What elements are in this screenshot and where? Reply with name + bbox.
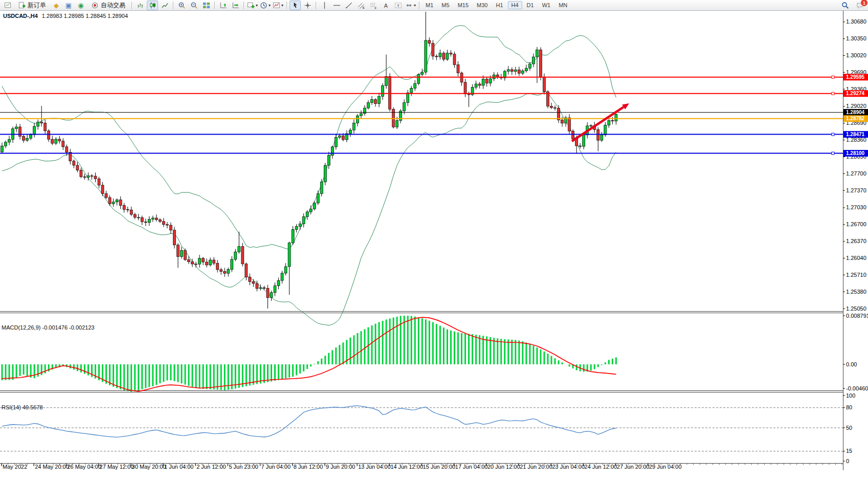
rsi-indicator-label: RSI(14) 49.5678 (2, 404, 43, 410)
timeframe-button-m30[interactable]: M30 (473, 1, 491, 9)
svg-text:1.26040: 1.26040 (846, 255, 866, 261)
timeframe-button-m15[interactable]: M15 (454, 1, 472, 9)
notifications-icon[interactable]: 1 (856, 2, 864, 9)
svg-text:1.27030: 1.27030 (846, 204, 866, 210)
svg-text:T: T (396, 3, 399, 8)
svg-text:1.29020: 1.29020 (846, 103, 866, 109)
chevron-down-icon: ▾ (269, 3, 271, 8)
timeframe-button-d1[interactable]: D1 (523, 1, 538, 9)
search-icon[interactable] (841, 2, 849, 9)
timeframe-button-m5[interactable]: M5 (438, 1, 453, 9)
timeframe-button-w1[interactable]: W1 (539, 1, 554, 9)
bar-chart-icon[interactable] (135, 1, 146, 10)
timeframe-button-mn[interactable]: MN (555, 1, 571, 9)
price-tag-label: 1.29595 (846, 74, 865, 80)
time-axis-label: 24 Jun 12:00 (585, 464, 617, 470)
chevron-down-icon: ▾ (414, 3, 416, 8)
toolbar-separator (131, 2, 132, 9)
chevron-down-icon: ▾ (256, 3, 258, 8)
chart-canvas[interactable]: 1.310101.306801.303501.300201.296901.293… (0, 0, 868, 470)
panel-frames (0, 1, 843, 470)
svg-text:1.30680: 1.30680 (846, 18, 866, 25)
tile-windows-icon[interactable] (201, 1, 212, 10)
horizontal-lines[interactable] (0, 76, 843, 155)
svg-text:1.26700: 1.26700 (846, 221, 866, 227)
svg-text:1.25380: 1.25380 (846, 289, 866, 295)
time-axis-label: 2 Jun 12:00 (196, 464, 226, 470)
svg-text:1.27370: 1.27370 (846, 187, 866, 193)
line-handle[interactable] (832, 152, 834, 155)
toolbar-separator (243, 2, 244, 9)
time-axis[interactable]: May 202224 May 20:0026 May 04:0027 May 1… (2, 464, 842, 470)
chart-ohlc: 1.28983 1.28985 1.28845 1.28904 (42, 13, 128, 19)
svg-text:1.30350: 1.30350 (846, 35, 866, 41)
templates-icon[interactable]: ▾ (272, 1, 284, 10)
periods-icon[interactable]: ▾ (259, 1, 271, 10)
market-signal-icon[interactable]: ◉ (75, 1, 86, 10)
horizontal-line-icon[interactable] (331, 1, 342, 10)
line-chart-icon[interactable] (159, 1, 170, 10)
toolbar-separator (214, 2, 215, 9)
timeframe-button-m1[interactable]: M1 (422, 1, 437, 9)
trendline-icon[interactable] (343, 1, 354, 10)
bollinger-lower-line (2, 92, 616, 325)
new-order-button[interactable]: 新订单 (14, 1, 50, 10)
timeframe-button-h1[interactable]: H1 (492, 1, 506, 9)
time-axis-label: 13 Jun 04:00 (358, 464, 391, 470)
line-handle[interactable] (832, 133, 834, 136)
toolbar-separator (419, 2, 419, 9)
zoom-out-icon[interactable] (188, 1, 199, 10)
time-axis-label: 9 Jun 20:00 (326, 464, 355, 470)
zoom-in-icon[interactable] (176, 1, 187, 10)
price-tag-label: 1.28904 (846, 110, 865, 115)
equidistant-channel-icon[interactable]: E (355, 1, 367, 10)
arrows-icon[interactable]: ▾ (405, 1, 416, 10)
line-handle[interactable] (832, 76, 834, 78)
timeframe-button-h4[interactable]: H4 (508, 1, 522, 9)
time-axis-label: May 2022 (3, 464, 27, 470)
macd-panel: 0.0087910.00-0.004601 (2, 313, 868, 392)
indicators-icon[interactable]: ▾ (247, 1, 258, 10)
time-axis-label: 29 Jun 04:00 (649, 464, 682, 470)
svg-text:1.25710: 1.25710 (846, 272, 866, 278)
autotrade-button[interactable]: 自动交易 (87, 1, 129, 10)
bollinger-bands (2, 26, 616, 325)
terminal-icon[interactable]: ▣ (63, 1, 74, 10)
time-axis-label: 1 Jun 04:00 (164, 464, 194, 470)
fibonacci-icon[interactable]: F (368, 1, 379, 10)
svg-text:A: A (384, 2, 388, 8)
svg-text:E: E (362, 6, 364, 9)
time-axis-label: 5 Jun 23:00 (229, 464, 258, 470)
svg-text:1.30020: 1.30020 (846, 52, 866, 58)
auto-scroll-icon[interactable] (217, 1, 229, 10)
cursor-icon[interactable] (290, 1, 301, 10)
candlestick-chart-icon[interactable] (147, 1, 158, 10)
svg-text:0.008791: 0.008791 (846, 313, 868, 319)
svg-text:1.26370: 1.26370 (846, 238, 866, 244)
toolbar-separator (316, 2, 316, 9)
svg-text:1.25050: 1.25050 (846, 305, 866, 312)
svg-text:1.27700: 1.27700 (846, 170, 866, 177)
text-label-icon[interactable]: T (392, 1, 404, 10)
text-icon[interactable]: A (380, 1, 391, 10)
rsi-panel: 1008050150 (0, 392, 855, 464)
chart-shift-icon[interactable] (230, 1, 241, 10)
vertical-line-icon[interactable] (319, 1, 330, 10)
time-axis-label: 15 Jun 20:00 (423, 464, 456, 470)
toolbar: 新订单◆▣◉自动交易▾▾▾EFAT▾M1M5M15M30H1H4D1W1MN (0, 0, 868, 11)
chevron-down-icon: ▾ (281, 3, 283, 8)
time-axis-label: 27 Jun 20:00 (617, 464, 650, 470)
time-axis-label: 21 Jun 20:00 (520, 464, 552, 470)
svg-text:-0.004601: -0.004601 (846, 385, 868, 391)
time-axis-label: 23 Jun 04:00 (552, 464, 585, 470)
price-tag-label: 1.28782 (846, 116, 865, 121)
crosshair-icon[interactable] (302, 1, 313, 10)
time-axis-label: 14 Jun 12:00 (390, 464, 423, 470)
svg-text:80: 80 (846, 404, 852, 410)
time-axis-label: 30 May 20:00 (132, 464, 166, 470)
time-axis-label: 20 Jun 12:00 (487, 464, 520, 470)
order-history-icon[interactable]: ◆ (51, 1, 62, 10)
line-handle[interactable] (832, 92, 834, 95)
price-tag-label: 1.28471 (846, 132, 865, 137)
new-chart-icon[interactable] (2, 1, 13, 10)
